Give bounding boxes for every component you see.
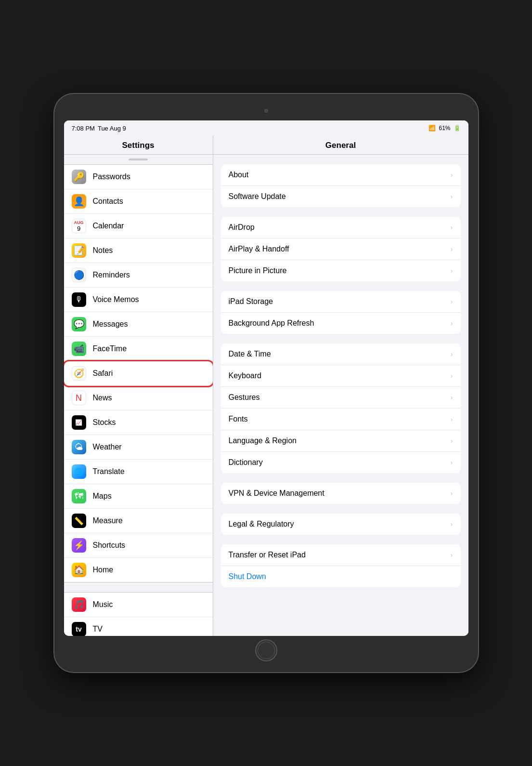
right-item-dictionary[interactable]: Dictionary› xyxy=(221,452,461,473)
right-item-label-dictionary: Dictionary xyxy=(229,458,263,467)
ipad-device: 7:08 PM Tue Aug 9 📶 61% 🔋 Settings 🔑Pass… xyxy=(54,94,478,672)
right-group-0: About›Software Update› xyxy=(221,164,461,207)
sidebar-item-shortcuts[interactable]: ⚡Shortcuts xyxy=(64,533,213,558)
safari-icon: 🧭 xyxy=(72,366,86,381)
home-button-inner xyxy=(258,642,275,659)
right-item-label-picture-in-picture: Picture in Picture xyxy=(229,266,287,275)
status-time: 7:08 PM xyxy=(72,125,95,132)
shortcuts-icon: ⚡ xyxy=(72,538,86,553)
sidebar-item-notes[interactable]: 📝Notes xyxy=(64,238,213,263)
reminders-icon: 🔵 xyxy=(72,268,86,282)
tv-icon: tv xyxy=(72,622,86,636)
stocks-icon: 📈 xyxy=(72,415,86,430)
battery-icon: 🔋 xyxy=(454,125,461,132)
right-item-background-app-refresh[interactable]: Background App Refresh› xyxy=(221,313,461,334)
right-item-legal-regulatory[interactable]: Legal & Regulatory› xyxy=(221,514,461,535)
chevron-icon-keyboard: › xyxy=(451,372,453,380)
right-item-software-update[interactable]: Software Update› xyxy=(221,186,461,207)
right-panel-header: General xyxy=(213,136,468,155)
sidebar-item-label-passwords: Passwords xyxy=(93,172,130,181)
right-item-ipad-storage[interactable]: iPad Storage› xyxy=(221,291,461,313)
chevron-icon-picture-in-picture: › xyxy=(451,267,453,275)
scroll-indicator-bar xyxy=(129,158,148,160)
sidebar-item-calendar[interactable]: AUG9Calendar xyxy=(64,214,213,238)
right-group-5: Legal & Regulatory› xyxy=(221,514,461,535)
right-item-label-airplay-handoff: AirPlay & Handoff xyxy=(229,245,289,253)
right-group-4: VPN & Device Management› xyxy=(221,483,461,504)
right-item-label-gestures: Gestures xyxy=(229,393,260,402)
right-item-transfer-reset[interactable]: Transfer or Reset iPad› xyxy=(221,544,461,566)
right-group-1: AirDrop›AirPlay & Handoff›Picture in Pic… xyxy=(221,217,461,281)
right-item-airplay-handoff[interactable]: AirPlay & Handoff› xyxy=(221,238,461,260)
right-item-date-time[interactable]: Date & Time› xyxy=(221,343,461,365)
chevron-icon-date-time: › xyxy=(451,350,453,358)
right-content: About›Software Update›AirDrop›AirPlay & … xyxy=(213,155,468,597)
music-icon: 🎵 xyxy=(72,597,86,612)
right-item-gestures[interactable]: Gestures› xyxy=(221,387,461,409)
right-item-language-region[interactable]: Language & Region› xyxy=(221,430,461,452)
sidebar-item-label-translate: Translate xyxy=(93,467,125,476)
content-area: Settings 🔑Passwords👤ContactsAUG9Calendar… xyxy=(64,136,468,636)
sidebar-item-passwords[interactable]: 🔑Passwords xyxy=(64,165,213,189)
sidebar-item-news[interactable]: NNews xyxy=(64,386,213,410)
right-item-keyboard[interactable]: Keyboard› xyxy=(221,365,461,387)
sidebar-item-facetime[interactable]: 📹FaceTime xyxy=(64,337,213,361)
sidebar-item-weather[interactable]: 🌤Weather xyxy=(64,435,213,460)
sidebar-item-label-messages: Messages xyxy=(93,320,128,329)
general-title: General xyxy=(325,141,356,150)
settings-group-2: 🎵MusictvTV🌸Photos📷Camera🎙Podcasts🎮Game C… xyxy=(64,592,213,636)
sidebar-item-home[interactable]: 🏠Home xyxy=(64,558,213,582)
sidebar-item-label-stocks: Stocks xyxy=(93,418,116,427)
right-item-about[interactable]: About› xyxy=(221,164,461,186)
sidebar-item-tv[interactable]: tvTV xyxy=(64,617,213,636)
sidebar-item-translate[interactable]: 🌐Translate xyxy=(64,460,213,484)
sidebar-item-label-voice-memos: Voice Memos xyxy=(93,295,139,304)
right-item-label-language-region: Language & Region xyxy=(229,436,297,445)
sidebar-item-label-tv: TV xyxy=(93,625,103,634)
sidebar-item-music[interactable]: 🎵Music xyxy=(64,593,213,617)
chevron-icon-background-app-refresh: › xyxy=(451,319,453,327)
sidebar-item-stocks[interactable]: 📈Stocks xyxy=(64,410,213,435)
passwords-icon: 🔑 xyxy=(72,170,86,184)
right-item-fonts[interactable]: Fonts› xyxy=(221,409,461,430)
right-item-vpn-device-management[interactable]: VPN & Device Management› xyxy=(221,483,461,504)
status-left: 7:08 PM Tue Aug 9 xyxy=(72,125,126,132)
right-item-shut-down[interactable]: Shut Down xyxy=(221,566,461,587)
sidebar-item-voice-memos[interactable]: 🎙Voice Memos xyxy=(64,288,213,312)
sidebar-item-label-calendar: Calendar xyxy=(93,222,124,230)
right-item-label-about: About xyxy=(229,171,249,179)
chevron-icon-fonts: › xyxy=(451,415,453,423)
settings-title: Settings xyxy=(122,141,154,150)
chevron-icon-dictionary: › xyxy=(451,459,453,466)
chevron-icon-legal-regulatory: › xyxy=(451,520,453,528)
sidebar-item-measure[interactable]: 📏Measure xyxy=(64,509,213,533)
chevron-icon-gestures: › xyxy=(451,394,453,401)
home-button[interactable] xyxy=(255,639,277,661)
right-item-airdrop[interactable]: AirDrop› xyxy=(221,217,461,238)
measure-icon: 📏 xyxy=(72,514,86,528)
sidebar-item-label-news: News xyxy=(93,394,112,402)
right-item-label-legal-regulatory: Legal & Regulatory xyxy=(229,520,294,528)
right-item-label-airdrop: AirDrop xyxy=(229,223,255,232)
sidebar-item-maps[interactable]: 🗺Maps xyxy=(64,484,213,509)
calendar-icon: AUG9 xyxy=(72,219,86,233)
device-bottom xyxy=(255,638,277,662)
right-group-6: Transfer or Reset iPad›Shut Down xyxy=(221,544,461,587)
notes-icon: 📝 xyxy=(72,243,86,258)
right-item-label-vpn-device-management: VPN & Device Management xyxy=(229,489,324,498)
right-item-picture-in-picture[interactable]: Picture in Picture› xyxy=(221,260,461,281)
right-panel: General About›Software Update›AirDrop›Ai… xyxy=(213,136,468,636)
sidebar-item-label-weather: Weather xyxy=(93,443,122,451)
chevron-icon-software-update: › xyxy=(451,193,453,200)
battery-level: 61% xyxy=(439,125,450,132)
sidebar-item-messages[interactable]: 💬Messages xyxy=(64,312,213,337)
right-item-label-date-time: Date & Time xyxy=(229,350,271,358)
settings-group-1: 🔑Passwords👤ContactsAUG9Calendar📝Notes🔵Re… xyxy=(64,164,213,582)
sidebar-item-contacts[interactable]: 👤Contacts xyxy=(64,189,213,214)
sidebar-item-reminders[interactable]: 🔵Reminders xyxy=(64,263,213,288)
chevron-icon-transfer-reset: › xyxy=(451,551,453,559)
right-item-label-transfer-reset: Transfer or Reset iPad xyxy=(229,551,306,559)
news-icon: N xyxy=(72,391,86,405)
sidebar-item-safari[interactable]: 🧭Safari xyxy=(64,361,213,386)
right-item-label-background-app-refresh: Background App Refresh xyxy=(229,319,314,328)
